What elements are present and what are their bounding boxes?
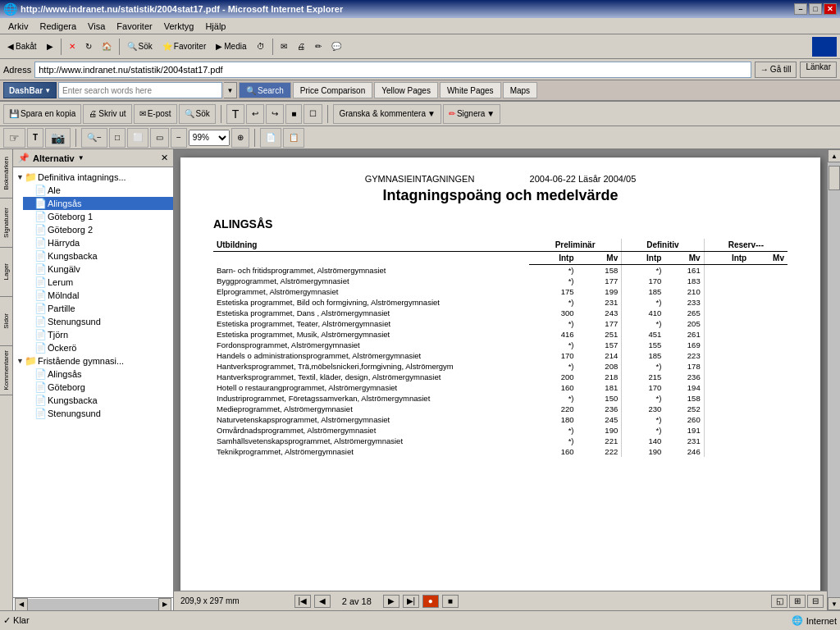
tree-free-goteborg[interactable]: 📄 Göteborg <box>23 381 173 394</box>
view-btn2[interactable]: ⊞ <box>789 595 806 608</box>
panel-close-button[interactable]: ✕ <box>161 153 168 163</box>
pdf-search-button[interactable]: 🔍 Sök <box>179 104 216 124</box>
edit-button[interactable]: ✏ <box>311 37 326 57</box>
tree-free-stenungsund[interactable]: 📄 Stenungsund <box>23 407 173 420</box>
tree-item-harryda[interactable]: 📄 Härryda <box>23 236 173 249</box>
menu-favoriter[interactable]: Favoriter <box>112 21 157 32</box>
links-button[interactable]: Länkar <box>800 62 837 78</box>
single-page-btn[interactable]: 📄 <box>260 128 281 148</box>
dashbar-search-button[interactable]: 🔍 Search <box>239 82 291 98</box>
tab-bookmarks[interactable]: Bokmärken <box>0 149 12 199</box>
continuous-btn[interactable]: 📋 <box>283 128 304 148</box>
zoom-out-btn[interactable]: 🔍− <box>81 128 107 148</box>
minimize-button[interactable]: – <box>794 3 807 15</box>
menu-hjälp[interactable]: Hjälp <box>200 21 231 32</box>
zoom-minus-btn[interactable]: − <box>171 128 187 148</box>
zoom-plus-btn[interactable]: ⊕ <box>231 128 249 148</box>
tree-item-ockero[interactable]: 📄 Öckerö <box>23 341 173 354</box>
pdf-sign-button[interactable]: ✏ Signera ▼ <box>443 104 500 124</box>
actual-size-btn[interactable]: □ <box>109 128 126 148</box>
pdf-save-button[interactable]: 💾 Spara en kopia <box>3 104 81 124</box>
tree-item-ale[interactable]: 📄 Ale <box>23 184 173 197</box>
tree-free-kungsbacka[interactable]: 📄 Kungsbacka <box>23 394 173 407</box>
pdf-scroll-area[interactable]: GYMNASIEINTAGNINGEN 2004-06-22 Läsår 200… <box>174 149 827 591</box>
zoom-select[interactable]: 99% 50% 75% 100% 125% 150% <box>189 130 230 146</box>
tree-item-kungalv[interactable]: 📄 Kungälv <box>23 262 173 276</box>
pdf-markup-btn5[interactable]: ☐ <box>304 104 322 124</box>
tree-item-tjorn[interactable]: 📄 Tjörn <box>23 328 173 341</box>
next-page-button[interactable]: ▶ <box>383 595 399 608</box>
go-button[interactable]: → Gå till <box>755 62 797 78</box>
menu-verktyg[interactable]: Verktyg <box>159 21 199 32</box>
scroll-up-button[interactable]: ▲ <box>828 149 840 162</box>
tree-item-stenungsund[interactable]: 📄 Stenungsund <box>23 315 173 328</box>
dashbar-yellow-pages[interactable]: Yellow Pages <box>374 82 438 98</box>
tree-freestanding[interactable]: ▼ 📁 Fristående gymnasi... <box>13 354 173 368</box>
mail-button[interactable]: ✉ <box>276 37 291 57</box>
tree-item-lerum[interactable]: 📄 Lerum <box>23 276 173 289</box>
tree-item-goteborg2[interactable]: 📄 Göteborg 2 <box>23 223 173 236</box>
discuss-button[interactable]: 💬 <box>327 37 345 57</box>
hand-tool[interactable]: ☞ <box>3 128 25 148</box>
close-button[interactable]: ✕ <box>824 3 837 15</box>
msn-icon[interactable] <box>812 37 837 57</box>
snapshot-tool[interactable]: 📷 <box>45 128 71 148</box>
media-button[interactable]: ▶ Media <box>212 37 250 57</box>
scroll-down-button[interactable]: ▼ <box>828 597 840 610</box>
tree-item-alingsas[interactable]: 📄 Alingsås <box>23 197 173 210</box>
tab-signatures[interactable]: Signaturer <box>0 199 12 248</box>
doc-icon10: 📄 <box>34 303 48 314</box>
address-input[interactable] <box>34 62 751 78</box>
first-page-button[interactable]: |◀ <box>294 595 311 608</box>
last-page-button[interactable]: ▶| <box>403 595 419 608</box>
maximize-button[interactable]: □ <box>809 3 822 15</box>
stop-button[interactable]: ✕ <box>65 37 80 57</box>
tree-free-alingsas[interactable]: 📄 Alingsås <box>23 368 173 381</box>
dashbar-price-comparison[interactable]: Price Comparison <box>293 82 372 98</box>
dashbar-logo[interactable]: DashBar ▼ <box>3 82 57 98</box>
tree-root[interactable]: ▼ 📁 Definitiva intagnings... <box>13 171 173 184</box>
pdf-review-button[interactable]: Granska & kommentera ▼ <box>333 104 441 124</box>
tree-item-molndal[interactable]: 📄 Mölndal <box>23 289 173 302</box>
search-button[interactable]: 🔍 Sök <box>123 37 157 57</box>
dashbar-white-pages[interactable]: White Pages <box>440 82 501 98</box>
fit-width-btn[interactable]: ▭ <box>150 128 169 148</box>
fit-page-btn[interactable]: ⬜ <box>127 128 148 148</box>
scroll-thumb[interactable] <box>829 166 840 190</box>
tree-item-kungsbacka[interactable]: 📄 Kungsbacka <box>23 249 173 262</box>
tab-pages[interactable]: Sidor <box>0 297 12 346</box>
pdf-markup-btn2[interactable]: ↩ <box>246 104 264 124</box>
view-btn1[interactable]: ◱ <box>771 595 788 608</box>
view-btn3[interactable]: ⊟ <box>807 595 824 608</box>
pdf-markup-btn1[interactable]: T <box>226 104 245 124</box>
menu-arkiv[interactable]: Arkiv <box>3 21 33 32</box>
table-row: Teknikprogrammet, Alströmergymnasiet1602… <box>213 446 788 457</box>
forward-button[interactable]: ▶ <box>43 37 57 57</box>
play-button[interactable]: ● <box>422 595 439 608</box>
menu-redigera[interactable]: Redigera <box>34 21 81 32</box>
back-button[interactable]: ◀ Bakåt <box>3 37 41 57</box>
pdf-markup-btn4[interactable]: ■ <box>285 104 302 124</box>
refresh-button[interactable]: ↻ <box>81 37 96 57</box>
pdf-email-button[interactable]: ✉ E-post <box>134 104 177 124</box>
favorites-button[interactable]: ⭐ Favoriter <box>158 37 210 57</box>
tab-layers[interactable]: Lager <box>0 248 12 297</box>
pdf-print-button[interactable]: 🖨 Skriv ut <box>83 104 131 124</box>
pdf-markup-btn3[interactable]: ↪ <box>266 104 284 124</box>
menu-visa[interactable]: Visa <box>83 21 110 32</box>
text-tool[interactable]: T <box>27 128 43 148</box>
prev-page-button[interactable]: ◀ <box>314 595 331 608</box>
dashbar-dropdown-icon: ▼ <box>44 87 51 94</box>
dashbar-maps[interactable]: Maps <box>503 82 537 98</box>
tree-item-partille[interactable]: 📄 Partille <box>23 302 173 315</box>
print-button[interactable]: 🖨 <box>293 37 309 57</box>
stop-button2[interactable]: ■ <box>442 595 459 608</box>
dashbar-search-input[interactable] <box>58 82 222 98</box>
history-button[interactable]: ⏱ <box>253 37 269 57</box>
tree-item-goteborg1[interactable]: 📄 Göteborg 1 <box>23 210 173 223</box>
panel-scroll-left[interactable]: ◀ <box>15 598 28 611</box>
home-button[interactable]: 🏠 <box>98 37 116 57</box>
panel-scroll-right[interactable]: ▶ <box>158 598 171 611</box>
search-dropdown-arrow[interactable]: ▼ <box>224 82 237 98</box>
tab-comments[interactable]: Kommentarer <box>0 346 12 395</box>
